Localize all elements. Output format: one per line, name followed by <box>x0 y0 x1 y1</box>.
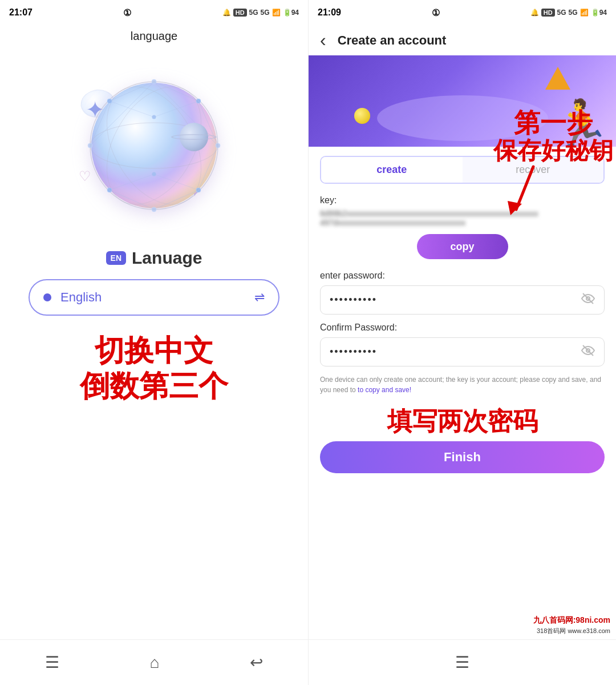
back-button[interactable]: ‹ <box>320 30 326 51</box>
tabs-row: create recover <box>320 156 605 184</box>
svg-line-16 <box>90 101 110 146</box>
tab-create[interactable]: create <box>321 157 463 183</box>
status-icons-right: 🔔 HD 5G 5G 📶 🔋94 <box>530 9 607 17</box>
status-icons-left: 🔔 HD 5G 5G 📶 🔋94 <box>222 9 299 17</box>
language-title: Lanuage <box>132 248 202 268</box>
status-bar-right: 21:09 ① 🔔 HD 5G 5G 📶 🔋94 <box>309 0 616 25</box>
svg-line-13 <box>154 82 198 101</box>
hint-text: One device can only create one account; … <box>320 374 605 395</box>
language-switch-icon: ⇌ <box>254 290 265 305</box>
password-dots: •••••••••• <box>330 294 581 306</box>
time-right: 21:09 <box>318 7 341 18</box>
confirm-password-label: Confirm Password: <box>320 323 605 333</box>
content-area: create recover key: 6d99b2xxxxxxxxxxxxxx… <box>309 147 616 685</box>
page-title-left: language <box>131 30 177 43</box>
confirm-password-dots: •••••••••• <box>330 346 581 358</box>
key-value: 6d99b2xxxxxxxxxxxxxxxxxxxxxxxxxxxxxxxxxx… <box>320 209 605 227</box>
menu-icon-right[interactable]: ☰ <box>455 653 469 672</box>
status-indicator-left: ① <box>123 7 131 18</box>
lang-dot <box>43 293 51 301</box>
hero-banner: 🏃 <box>309 55 616 147</box>
page-title-right: Create an account <box>338 33 447 48</box>
annotation-password-text: 填写两次密码 <box>320 406 605 437</box>
svg-line-19 <box>198 146 218 190</box>
status-indicator-right: ① <box>432 7 440 18</box>
hero-triangle <box>545 67 570 90</box>
hero-oval <box>377 95 548 141</box>
annotation-password-area: 填写两次密码 <box>320 406 605 437</box>
svg-point-26 <box>152 115 156 119</box>
svg-line-22 <box>110 101 154 117</box>
key-label: key: <box>320 195 605 206</box>
tab-recover[interactable]: recover <box>463 157 604 183</box>
copy-button[interactable]: copy <box>417 234 508 259</box>
svg-line-20 <box>110 190 154 209</box>
home-icon[interactable]: ⌂ <box>150 654 160 672</box>
lang-badge: EN <box>106 251 126 265</box>
sphere-area: ♡ ✦ ✦ <box>63 54 245 237</box>
watermark-sub: 318首码网 www.e318.com <box>533 626 610 636</box>
planet-decoration <box>171 123 217 146</box>
language-selector[interactable]: English ⇌ <box>29 279 279 316</box>
eye-icon-password[interactable] <box>581 292 595 308</box>
watermark: 九八首码网:98ni.com 318首码网 www.e318.com <box>533 614 610 636</box>
hero-ball <box>354 108 370 124</box>
annotation-line1: 切换中文 <box>80 333 228 368</box>
time-left: 21:07 <box>9 7 33 18</box>
finish-button[interactable]: Finish <box>320 441 605 473</box>
language-option: English <box>60 290 254 305</box>
menu-icon[interactable]: ☰ <box>45 653 59 672</box>
svg-line-18 <box>90 146 110 190</box>
hero-figure: 🏃 <box>553 101 610 147</box>
svg-line-23 <box>154 101 198 117</box>
password-input-row[interactable]: •••••••••• <box>320 285 605 315</box>
svg-point-27 <box>152 172 156 176</box>
enter-password-label: enter password: <box>320 271 605 281</box>
bottom-nav-left: ☰ ⌂ ↩ <box>0 639 308 685</box>
language-label-row: EN Lanuage <box>106 248 202 268</box>
left-panel: 21:07 ① 🔔 HD 5G 5G 📶 🔋94 language ♡ ✦ ✦ <box>0 0 308 685</box>
svg-line-21 <box>154 190 198 209</box>
svg-line-24 <box>110 174 154 190</box>
bottom-nav-right: ☰ 九八首码网:98ni.com 318首码网 www.e318.com <box>309 639 616 685</box>
annotation-left: 切换中文 倒数第三个 <box>80 333 228 404</box>
svg-line-25 <box>154 174 198 190</box>
right-panel: 21:09 ① 🔔 HD 5G 5G 📶 🔋94 ‹ Create an acc… <box>308 0 616 685</box>
watermark-brand: 九八首码网:98ni.com <box>533 614 610 626</box>
confirm-password-input-row[interactable]: •••••••••• <box>320 337 605 366</box>
header-right: ‹ Create an account <box>309 25 616 55</box>
annotation-line2: 倒数第三个 <box>80 368 228 404</box>
eye-icon-confirm[interactable] <box>581 344 595 360</box>
back-icon[interactable]: ↩ <box>250 653 263 672</box>
svg-line-12 <box>110 82 154 101</box>
status-bar-left: 21:07 ① 🔔 HD 5G 5G 📶 🔋94 <box>0 0 308 25</box>
